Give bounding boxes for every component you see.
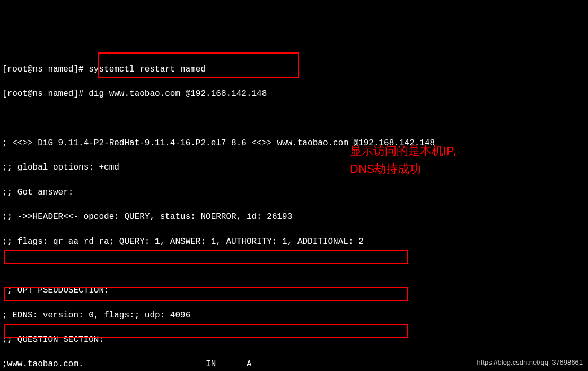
flags-line: ;; flags: qr aa rd ra; QUERY: 1, ANSWER:…: [2, 236, 586, 248]
annotation-line-2: DNS劫持成功: [350, 160, 421, 178]
shell-prompt: [root@ns named]#: [2, 65, 84, 74]
edns-line: ; EDNS: version: 0, flags:; udp: 4096: [2, 310, 586, 322]
got-answer-line: ;; Got answer:: [2, 187, 586, 199]
blank-line: [2, 113, 586, 125]
annotation-line-1: 显示访问的是本机IP,: [350, 142, 456, 160]
opt-pseudosection-line: ;; OPT PSEUDOSECTION:: [2, 285, 586, 297]
terminal-output[interactable]: [root@ns named]# systemctl restart named…: [2, 51, 586, 371]
command-systemctl: systemctl restart named: [89, 65, 206, 74]
prompt-line-2: [root@ns named]# dig www.taobao.com @192…: [2, 88, 586, 100]
dig-version-line: ; <<>> DiG 9.11.4-P2-RedHat-9.11.4-16.P2…: [2, 137, 586, 149]
question-section-header: ;; QUESTION SECTION:: [2, 334, 586, 346]
shell-prompt: [root@ns named]#: [2, 89, 84, 99]
global-options-line: ;; global options: +cmd: [2, 162, 586, 174]
prompt-line-1: [root@ns named]# systemctl restart named: [2, 64, 586, 76]
header-line: ;; ->>HEADER<<- opcode: QUERY, status: N…: [2, 211, 586, 223]
watermark-text: https://blog.csdn.net/qq_37698661: [477, 358, 583, 368]
command-dig: dig www.taobao.com @192.168.142.148: [89, 89, 267, 99]
blank-line: [2, 260, 586, 272]
